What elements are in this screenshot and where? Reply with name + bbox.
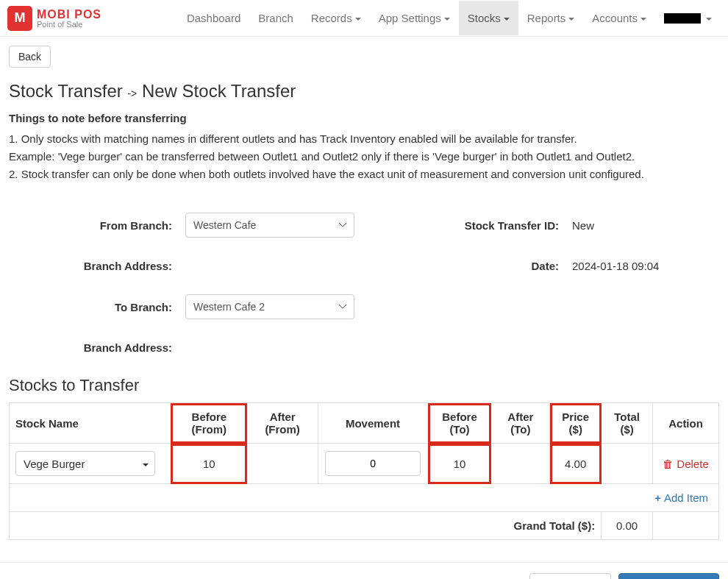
caret-down-icon bbox=[504, 18, 510, 21]
nav-label: Records bbox=[311, 12, 352, 24]
caret-down-icon bbox=[706, 18, 712, 21]
navbar: M MOBI POS Point of Sale Dashboard Branc… bbox=[0, 0, 728, 37]
date-label: Date: bbox=[354, 260, 572, 272]
add-item-label: Add Item bbox=[664, 491, 708, 504]
brand[interactable]: M MOBI POS Point of Sale bbox=[7, 6, 101, 31]
date-value: 2024-01-18 09:04 bbox=[572, 260, 719, 272]
th-movement: Movement bbox=[318, 403, 428, 444]
notes-line: 2. Stock transfer can only be done when … bbox=[9, 166, 719, 183]
from-branch-address-label: Branch Address: bbox=[9, 260, 185, 272]
trash-icon: 🗑 bbox=[663, 458, 674, 470]
nav-dashboard[interactable]: Dashboard bbox=[178, 1, 249, 35]
th-total: Total ($) bbox=[602, 403, 653, 444]
grand-total-value: 0.00 bbox=[602, 512, 653, 540]
back-button[interactable]: Back bbox=[9, 46, 51, 68]
nav-user-menu[interactable] bbox=[655, 2, 721, 35]
from-branch-select[interactable]: Western Cafe bbox=[185, 213, 354, 238]
stock-name-value: Vege Burger bbox=[24, 458, 85, 470]
section-heading: Stocks to Transfer bbox=[9, 376, 719, 395]
transfer-id-value: New bbox=[572, 219, 719, 232]
cell-total bbox=[602, 444, 653, 484]
th-before-to: Before (To) bbox=[428, 403, 491, 444]
nav-links: Dashboard Branch Records App Settings St… bbox=[178, 1, 721, 35]
cell-after-from bbox=[247, 444, 318, 484]
to-branch-select[interactable]: Western Cafe 2 bbox=[185, 294, 354, 319]
caret-down-icon bbox=[568, 18, 574, 21]
nav-label: Stocks bbox=[468, 12, 501, 24]
from-branch-label: From Branch: bbox=[9, 219, 185, 232]
notes-heading: Things to note before transferring bbox=[9, 112, 719, 124]
caret-down-icon bbox=[143, 463, 149, 466]
delete-label: Delete bbox=[677, 458, 708, 470]
nav-label: App Settings bbox=[379, 12, 441, 24]
brand-text: MOBI POS Point of Sale bbox=[37, 8, 101, 29]
transfer-id-label: Stock Transfer ID: bbox=[354, 219, 572, 232]
cell-before-from: 10 bbox=[171, 444, 247, 484]
movement-input[interactable] bbox=[325, 451, 421, 476]
to-branch-address-label: Branch Address: bbox=[9, 341, 185, 354]
brand-name: MOBI POS bbox=[37, 8, 101, 21]
nav-branch[interactable]: Branch bbox=[249, 1, 302, 35]
add-item-row: +Add Item bbox=[10, 484, 719, 512]
brand-logo-icon: M bbox=[7, 6, 32, 31]
nav-records[interactable]: Records bbox=[302, 1, 370, 35]
caret-down-icon bbox=[444, 18, 450, 21]
th-price: Price ($) bbox=[550, 403, 602, 444]
cell-price: 4.00 bbox=[550, 444, 602, 484]
caret-down-icon bbox=[355, 18, 361, 21]
notes-line: 1. Only stocks with matching names in di… bbox=[9, 130, 719, 148]
grand-total-label: Grand Total ($): bbox=[10, 512, 602, 540]
nav-accounts[interactable]: Accounts bbox=[583, 1, 655, 35]
breadcrumb-arrow-icon: -> bbox=[127, 88, 137, 99]
th-stock-name: Stock Name bbox=[10, 403, 171, 444]
caret-down-icon bbox=[640, 18, 646, 21]
stock-name-select[interactable]: Vege Burger bbox=[15, 451, 155, 476]
grand-total-row: Grand Total ($): 0.00 bbox=[10, 512, 719, 540]
stock-table: Stock Name Before (From) After (From) Mo… bbox=[9, 402, 719, 540]
add-item-button[interactable]: +Add Item bbox=[654, 491, 708, 504]
nav-label: Reports bbox=[527, 12, 566, 24]
th-after-to: After (To) bbox=[491, 403, 550, 444]
cell-after-to bbox=[491, 444, 550, 484]
page-title: Stock Transfer -> New Stock Transfer bbox=[9, 81, 719, 102]
breadcrumb-page: New Stock Transfer bbox=[142, 81, 296, 101]
nav-app-settings[interactable]: App Settings bbox=[370, 1, 459, 35]
breadcrumb-root: Stock Transfer bbox=[9, 81, 123, 101]
to-branch-label: To Branch: bbox=[9, 301, 185, 313]
user-name-redacted bbox=[664, 13, 701, 24]
th-before-from: Before (From) bbox=[171, 403, 247, 444]
plus-icon: + bbox=[654, 491, 661, 504]
th-after-from: After (From) bbox=[247, 403, 318, 444]
save-draft-button[interactable]: Save as Draft bbox=[529, 573, 611, 579]
nav-reports[interactable]: Reports bbox=[518, 1, 584, 35]
nav-label: Dashboard bbox=[187, 12, 240, 24]
save-finalize-button[interactable]: Save and Finalize bbox=[618, 573, 719, 579]
nav-stocks[interactable]: Stocks bbox=[459, 1, 518, 35]
nav-label: Branch bbox=[258, 12, 293, 24]
table-row: Vege Burger 10 10 4.00 🗑Delete bbox=[10, 444, 719, 484]
th-action: Action bbox=[653, 403, 719, 444]
notes-body: 1. Only stocks with matching names in di… bbox=[9, 130, 719, 183]
delete-row-button[interactable]: 🗑Delete bbox=[663, 458, 708, 470]
notes-line: Example: 'Vege burger' can be transferre… bbox=[9, 148, 719, 166]
form-region: From Branch: Western Cafe Stock Transfer… bbox=[9, 213, 719, 354]
nav-label: Accounts bbox=[592, 12, 638, 24]
cell-before-to: 10 bbox=[428, 444, 491, 484]
footer-bar: Save as Draft Save and Finalize bbox=[0, 562, 728, 579]
